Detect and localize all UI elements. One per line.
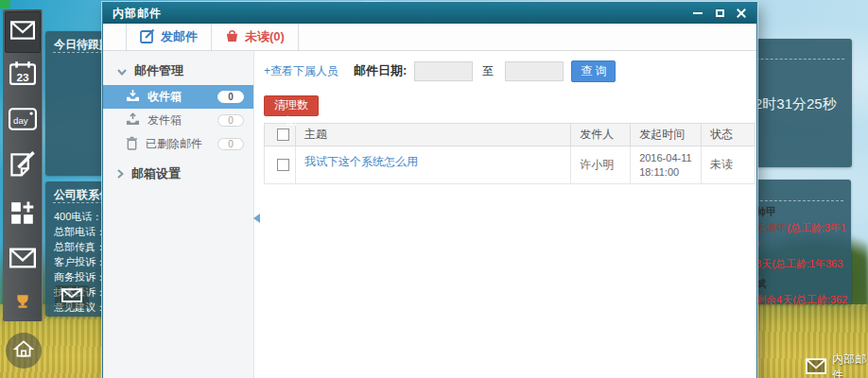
close-button[interactable] (736, 8, 747, 19)
house-icon (13, 339, 34, 362)
chevron-down-icon (117, 64, 127, 78)
date-to-input[interactable] (505, 61, 564, 81)
outbox-count-badge: 0 (217, 114, 244, 127)
sidebar-item-outbox[interactable]: 发件箱 0 (103, 109, 253, 132)
header-sender: 发件人 (571, 124, 631, 146)
deleted-count-badge: 0 (217, 138, 244, 150)
sidebar-item-inbox[interactable]: 收件箱 0 (103, 85, 253, 109)
select-all-checkbox[interactable] (277, 129, 289, 141)
mail-main-area: +查看下属人员 邮件日期: 至 查 询 清理数据 主题 发件人 (254, 51, 756, 378)
inbox-icon (126, 89, 140, 105)
dock-mail2-button[interactable] (3, 248, 43, 272)
sidebar-item-label: 已删除邮件 (146, 136, 202, 152)
row-select-cell (265, 146, 296, 184)
mail-sender: 许小明 (571, 146, 631, 184)
outbox-icon (126, 112, 140, 129)
date-filter-label: 邮件日期: (354, 62, 407, 79)
new-mail-notification[interactable] (55, 285, 89, 308)
dock-calendar-button[interactable]: 23 (3, 60, 43, 89)
mail-date: 2016-04-11 (639, 151, 700, 165)
envelope-icon (806, 358, 826, 378)
internal-mail-window: 内部邮件 发邮件 未读(0) (102, 2, 757, 378)
header-time: 发起时间 (631, 124, 702, 146)
clean-data-button[interactable]: 清理数据 (264, 95, 319, 116)
mail-toolbar: 发邮件 未读(0) (103, 24, 756, 51)
sidebar-item-deleted[interactable]: 已删除邮件 0 (103, 132, 253, 156)
view-subordinates-link[interactable]: +查看下属人员 (264, 63, 339, 79)
note-pen-icon (9, 151, 37, 183)
section-mail-management[interactable]: 邮件管理 (103, 57, 253, 85)
mail-datetime: 2016-04-11 18:11:00 (631, 146, 702, 184)
blocks-plus-icon (9, 200, 36, 231)
envelope-icon (61, 288, 82, 306)
svg-text:23: 23 (16, 71, 29, 84)
svg-text:day: day (13, 115, 28, 126)
chevron-right-icon (117, 167, 124, 181)
date-from-input[interactable] (414, 61, 473, 81)
sidebar-collapse-handle[interactable] (253, 214, 260, 223)
desktop: 今日待跟踪 公司联系信 400电话：40 总部电话：05 总部传真：05 客户投… (0, 0, 868, 378)
date-range-separator: 至 (482, 63, 494, 79)
employee-name: 赵帅甲 (745, 204, 851, 220)
envelope-icon (9, 248, 36, 272)
trash-icon (126, 136, 138, 153)
section-mailbox-settings[interactable]: 邮箱设置 (103, 160, 253, 188)
compose-label: 发邮件 (161, 28, 198, 45)
header-subject: 主题 (295, 124, 570, 146)
employee-name (745, 240, 851, 256)
corner-leaf-icon (0, 0, 10, 9)
table-header-row: 主题 发件人 发起时间 状态 (265, 124, 755, 146)
unread-bag-icon (225, 29, 239, 45)
inbox-count-badge: 0 (217, 91, 244, 103)
search-button[interactable]: 查 询 (571, 60, 616, 82)
dock-day-button[interactable]: day (3, 108, 43, 134)
maximize-button[interactable] (714, 8, 725, 19)
sidebar-item-label: 发件箱 (148, 112, 182, 129)
taskbar-item-internal-mail[interactable]: 内部邮件 (806, 352, 868, 378)
compose-icon (140, 28, 155, 46)
trophy-icon (14, 293, 31, 314)
unread-button[interactable]: 未读(0) (211, 24, 299, 50)
table-row: 我试下这个系统怎么用 许小明 2016-04-11 18:11:00 未读 (265, 146, 755, 184)
left-dock: 23 day (3, 9, 43, 321)
dock-mail-button[interactable] (5, 11, 41, 53)
home-button[interactable] (6, 333, 42, 369)
day-window-icon: day (9, 108, 37, 134)
mail-subject-link[interactable]: 我试下这个系统怎么用 (304, 155, 418, 168)
window-titlebar: 内部邮件 (103, 3, 756, 24)
window-title: 内部邮件 (113, 6, 162, 22)
sidebar-item-label: 收件箱 (148, 89, 182, 105)
section-label: 邮箱设置 (131, 165, 181, 182)
employee-name: 然斌 (745, 276, 851, 292)
dock-notes-button[interactable] (3, 151, 43, 183)
taskbar-item-label: 内部邮件 (832, 352, 868, 378)
mail-time: 18:11:00 (639, 165, 700, 180)
section-label: 邮件管理 (134, 62, 183, 79)
envelope-icon (10, 21, 35, 43)
header-status: 状态 (702, 124, 755, 146)
mail-sidebar: 邮件管理 收件箱 0 发件箱 0 (103, 51, 254, 378)
minimize-button[interactable] (692, 8, 703, 19)
compose-mail-button[interactable]: 发邮件 (126, 24, 211, 50)
calendar-23-icon: 23 (9, 60, 36, 89)
dock-apps-button[interactable] (3, 200, 43, 231)
dock-trophy-button[interactable] (3, 293, 43, 314)
mail-table: 主题 发件人 发起时间 状态 我试下这个系统怎么用 许小明 2016-0 (264, 123, 755, 184)
mail-status: 未读 (702, 146, 755, 184)
row-checkbox[interactable] (277, 159, 289, 171)
unread-label: 未读(0) (245, 28, 285, 45)
countdown-time: 2时31分25秒 (755, 95, 837, 113)
